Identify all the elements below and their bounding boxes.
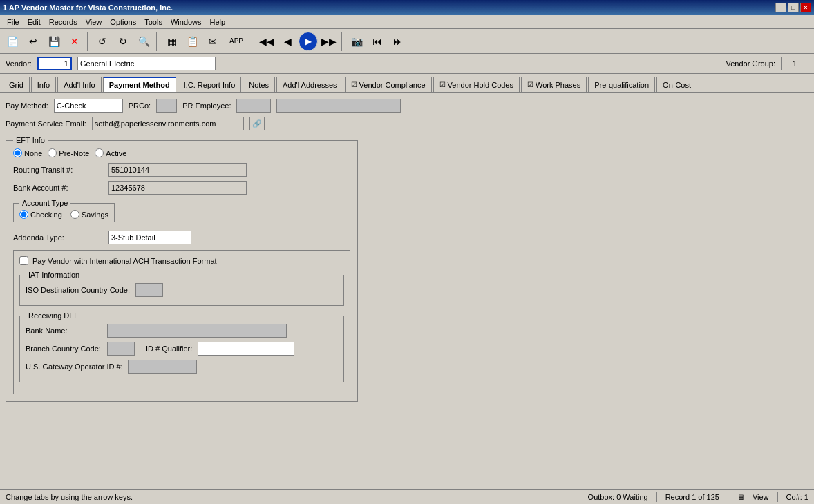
email-input[interactable] (92, 117, 244, 130)
toolbar-undo[interactable]: ↩ (23, 32, 43, 51)
tab-prequalification[interactable]: Pre-qualification (588, 77, 655, 92)
menu-options[interactable]: Options (106, 17, 140, 28)
iat-checkbox[interactable] (19, 256, 28, 265)
main-content: Pay Method: C-Check E-EFT S-Standard PRC… (0, 93, 814, 407)
gateway-label: U.S. Gateway Operator ID #: (26, 362, 122, 371)
eft-info-legend: EFT Info (13, 136, 48, 144)
iso-input[interactable] (135, 283, 163, 297)
routing-transit-label: Routing Transit #: (13, 166, 103, 174)
toolbar-app[interactable]: APP (224, 32, 249, 51)
toolbar-send[interactable]: ✉ (203, 32, 223, 51)
eft-radio-prenote[interactable]: Pre-Note (48, 148, 89, 157)
bank-name-row: Bank Name: (26, 324, 338, 338)
id-qualifier-select-wrap (198, 342, 294, 356)
tab-vendor-hold-codes[interactable]: ☑ Vendor Hold Codes (433, 77, 520, 92)
minimize-btn[interactable]: _ (775, 3, 786, 12)
bank-name-input[interactable] (107, 324, 287, 338)
vendor-group-input[interactable] (781, 57, 808, 70)
iso-row: ISO Destination Country Code: (26, 283, 338, 297)
tab-addl-info[interactable]: Add'l Info (57, 77, 102, 92)
iat-outer: Pay Vendor with International ACH Transa… (13, 250, 350, 394)
addenda-type-select-wrap: 3-Stub Detail 1-Stub 2-Stub (108, 231, 191, 244)
tab-addl-addresses[interactable]: Add'l Addresses (276, 77, 343, 92)
pay-method-label: Pay Method: (6, 101, 48, 110)
toolbar-refresh2[interactable]: ↻ (113, 32, 133, 51)
toolbar-last[interactable]: ▶▶ (319, 32, 339, 51)
menu-bar: File Edit Records View Options Tools Win… (0, 15, 814, 29)
menu-windows[interactable]: Windows (167, 17, 206, 28)
gateway-input[interactable] (128, 360, 197, 374)
toolbar-sep4 (341, 32, 344, 51)
email-row: Payment Service Email: 🔗 (6, 117, 808, 130)
toolbar-camera[interactable]: 📷 (347, 32, 366, 51)
email-label: Payment Service Email: (6, 119, 86, 128)
toolbar-delete[interactable]: ✕ (65, 32, 84, 51)
tab-grid[interactable]: Grid (3, 77, 30, 92)
branch-country-input[interactable] (107, 342, 135, 356)
eft-radio-active[interactable]: Active (95, 148, 126, 157)
tab-info[interactable]: Info (31, 77, 56, 92)
menu-edit[interactable]: Edit (23, 17, 45, 28)
toolbar-begin[interactable]: ⏮ (368, 32, 387, 51)
eft-radio-none[interactable]: None (13, 148, 42, 157)
vendor-group-label: Vendor Group: (726, 59, 775, 68)
eft-radio-row: None Pre-Note Active (13, 148, 350, 157)
vendor-name-input[interactable] (77, 57, 216, 70)
toolbar: 📄 ↩ 💾 ✕ ↺ ↻ 🔍 ▦ 📋 ✉ APP ◀◀ ◀ ▶ ▶▶ 📷 ⏮ ⏭ (0, 29, 814, 54)
toolbar-sep1 (87, 32, 90, 51)
prco-label: PRCo: (129, 101, 151, 110)
toolbar-save[interactable]: 💾 (44, 32, 64, 51)
prco-input[interactable] (156, 99, 177, 113)
toolbar-paste[interactable]: 📋 (182, 32, 202, 51)
pr-employee-input2[interactable] (276, 99, 401, 113)
toolbar-prev[interactable]: ◀ (278, 32, 297, 51)
toolbar-new[interactable]: 📄 (3, 32, 22, 51)
bank-account-row: Bank Account #: (13, 181, 350, 195)
bank-account-input[interactable] (108, 181, 247, 195)
menu-file[interactable]: File (3, 17, 23, 28)
menu-view[interactable]: View (82, 17, 106, 28)
gateway-row: U.S. Gateway Operator ID #: (26, 360, 338, 374)
tab-payment-method[interactable]: Payment Method (103, 77, 176, 92)
toolbar-search[interactable]: 🔍 (134, 32, 153, 51)
receiving-dfi-legend: Receiving DFI (26, 311, 79, 320)
pay-method-select[interactable]: C-Check E-EFT S-Standard (54, 99, 123, 113)
menu-records[interactable]: Records (45, 17, 82, 28)
toolbar-refresh1[interactable]: ↺ (93, 32, 112, 51)
menu-help[interactable]: Help (206, 17, 230, 28)
toolbar-end[interactable]: ⏭ (388, 32, 408, 51)
account-type-checking[interactable]: Checking (19, 210, 62, 219)
account-type-radio-group: Checking Savings (19, 210, 108, 219)
toolbar-grid[interactable]: ▦ (162, 32, 181, 51)
pr-employee-input1[interactable] (236, 99, 271, 113)
addenda-type-select[interactable]: 3-Stub Detail 1-Stub 2-Stub (108, 231, 191, 244)
vendor-header: Vendor: Vendor Group: (0, 54, 814, 74)
tab-notes[interactable]: Notes (243, 77, 275, 92)
tab-vendor-compliance[interactable]: ☑ Vendor Compliance (345, 77, 432, 92)
menu-tools[interactable]: Tools (140, 17, 167, 28)
vendor-label: Vendor: (6, 59, 32, 68)
iat-checkbox-label: Pay Vendor with International ACH Transa… (32, 257, 217, 265)
id-qualifier-select[interactable] (198, 342, 294, 356)
bank-name-label: Bank Name: (26, 327, 102, 335)
toolbar-first[interactable]: ◀◀ (257, 32, 276, 51)
tab-work-phases[interactable]: ☑ Work Phases (521, 77, 587, 92)
routing-transit-input[interactable] (108, 163, 247, 177)
close-btn[interactable]: × (800, 3, 811, 12)
title-text: 1 AP Vendor Master for Vista Constructio… (3, 3, 173, 12)
toolbar-next[interactable]: ▶ (299, 32, 318, 51)
toolbar-sep3 (252, 32, 254, 51)
account-type-savings[interactable]: Savings (70, 210, 108, 219)
iat-information-legend: IAT Information (26, 271, 82, 279)
tab-bar: Grid Info Add'l Info Payment Method I.C.… (0, 74, 814, 93)
addenda-type-label: Addenda Type: (13, 233, 103, 242)
tab-on-cost[interactable]: On-Cost (656, 77, 697, 92)
title-bar: 1 AP Vendor Master for Vista Constructio… (0, 0, 814, 15)
vendor-id-input[interactable] (37, 57, 72, 70)
maximize-btn[interactable]: □ (788, 3, 799, 12)
email-action-btn[interactable]: 🔗 (249, 117, 265, 130)
addenda-type-row: Addenda Type: 3-Stub Detail 1-Stub 2-Stu… (13, 231, 350, 244)
tab-ic-report-info[interactable]: I.C. Report Info (178, 77, 242, 92)
iso-label: ISO Destination Country Code: (26, 286, 130, 294)
pay-method-select-wrap: C-Check E-EFT S-Standard (54, 99, 123, 113)
